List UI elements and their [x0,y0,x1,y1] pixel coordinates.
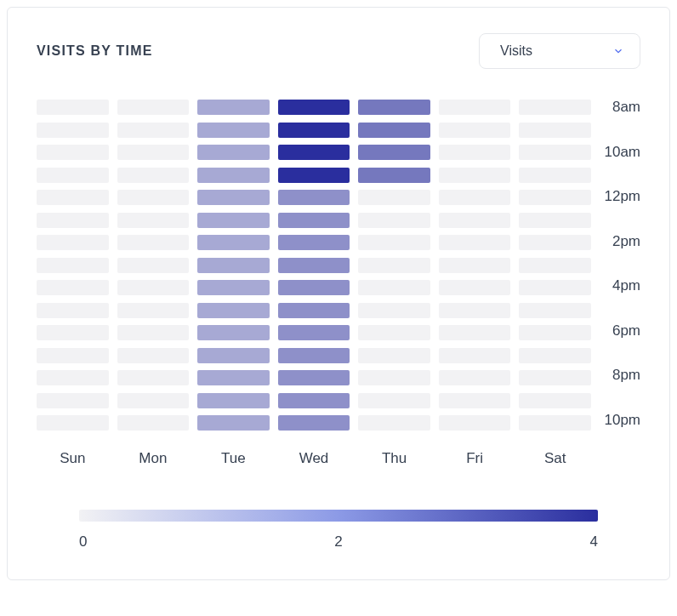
x-axis-label: Thu [358,450,430,467]
heatmap-cell [197,190,270,205]
heatmap: SunMonTueWedThuFriSat 8am10am12pm2pm4pm6… [37,100,640,467]
heatmap-cell [358,393,430,408]
y-axis-label: 10am [600,145,640,190]
legend-tick-label: 4 [590,533,598,550]
heatmap-column: Thu [358,100,430,467]
dropdown-selected-label: Visits [500,43,532,59]
y-axis-label: 6pm [600,323,640,368]
heatmap-cell [37,370,109,385]
heatmap-cell [278,168,350,183]
heatmap-cell [439,415,511,431]
legend-tick-label: 2 [334,533,342,550]
heatmap-cell [439,393,511,408]
heatmap-cell [519,213,591,228]
chevron-down-icon [612,45,624,57]
heatmap-cell [278,370,350,385]
heatmap-cell [117,303,190,318]
heatmap-cell [197,303,270,318]
heatmap-cell [37,100,109,115]
heatmap-cell [117,393,190,408]
heatmap-cell [117,235,190,250]
heatmap-column: Fri [439,100,511,467]
heatmap-cell [37,213,109,228]
heatmap-cell [439,303,511,318]
x-axis-label: Sun [37,450,109,467]
heatmap-cell [37,348,109,363]
heatmap-cell [197,393,270,408]
heatmap-cell [37,190,109,205]
heatmap-cell [519,280,591,295]
heatmap-cell [117,258,190,273]
heatmap-cell [519,123,591,138]
heatmap-cell [358,325,430,340]
heatmap-cell [278,190,350,205]
heatmap-cell [117,145,190,160]
heatmap-cell [37,325,109,340]
heatmap-cell [439,258,511,273]
heatmap-cell [439,348,511,363]
heatmap-cell [439,100,511,115]
heatmap-cell [117,325,190,340]
heatmap-cell [117,168,190,183]
heatmap-cell [197,168,270,183]
heatmap-cell [358,190,430,205]
heatmap-cell [519,348,591,363]
heatmap-cell [358,348,430,363]
heatmap-cell [197,258,270,273]
heatmap-cell [519,168,591,183]
heatmap-cell [358,370,430,385]
heatmap-cell [197,123,270,138]
metric-dropdown[interactable]: Visits [479,33,640,69]
heatmap-cell [278,123,350,138]
heatmap-cell [519,100,591,115]
heatmap-cell [197,145,270,160]
y-axis-label: 8pm [600,368,640,413]
visits-by-time-card: VISITS BY TIME Visits SunMonTueWedThuFri… [7,7,670,580]
x-axis-label: Sat [519,450,591,467]
heatmap-cell [37,280,109,295]
x-axis-label: Fri [439,450,511,467]
heatmap-cell [358,258,430,273]
heatmap-cell [117,415,190,431]
x-axis-label: Mon [117,450,190,467]
heatmap-cell [358,123,430,138]
heatmap-cell [278,325,350,340]
legend-tick-label: 0 [79,533,87,550]
heatmap-cell [358,145,430,160]
heatmap-cell [37,235,109,250]
heatmap-cell [358,168,430,183]
heatmap-cell [358,235,430,250]
y-axis-label: 2pm [600,234,640,279]
heatmap-cell [197,235,270,250]
y-axis-label: 12pm [600,189,640,234]
heatmap-cell [117,100,190,115]
heatmap-cell [439,123,511,138]
heatmap-cell [278,258,350,273]
heatmap-cell [117,213,190,228]
heatmap-cell [37,258,109,273]
heatmap-cell [117,123,190,138]
heatmap-column: Wed [278,100,350,467]
heatmap-cell [37,123,109,138]
heatmap-cell [117,370,190,385]
heatmap-cell [37,415,109,431]
heatmap-cell [37,145,109,160]
x-axis-label: Wed [278,450,350,467]
heatmap-cell [439,370,511,385]
heatmap-cell [278,100,350,115]
heatmap-cell [278,280,350,295]
heatmap-cell [117,280,190,295]
heatmap-cell [439,190,511,205]
x-axis-label: Tue [197,450,270,467]
heatmap-cell [519,258,591,273]
heatmap-cell [278,213,350,228]
heatmap-cell [197,213,270,228]
heatmap-cell [358,303,430,318]
y-axis-label: 8am [600,100,640,145]
color-legend: 024 [37,510,640,550]
heatmap-cell [278,145,350,160]
heatmap-cell [197,415,270,431]
heatmap-cell [519,303,591,318]
heatmap-column: Tue [197,100,270,467]
heatmap-cell [117,190,190,205]
